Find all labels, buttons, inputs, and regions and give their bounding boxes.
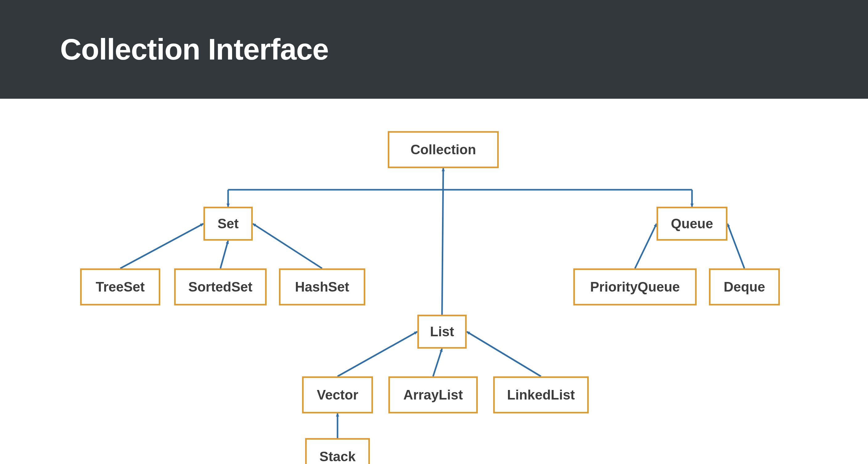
node-label: PriorityQueue [590,279,680,295]
node-label: Set [218,216,239,231]
node-label: TreeSet [96,279,145,295]
node-label: List [430,324,454,339]
node-vector: Vector [302,376,373,413]
node-label: ArrayList [403,387,463,403]
node-collection: Collection [388,131,499,168]
svg-line-6 [253,224,322,268]
node-label: HashSet [295,279,349,295]
svg-line-5 [220,241,228,268]
node-priorityqueue: PriorityQueue [573,268,696,306]
node-deque: Deque [709,268,780,306]
node-queue: Queue [656,207,727,241]
svg-line-4 [120,224,204,268]
svg-line-9 [338,332,417,376]
svg-line-8 [727,224,744,268]
node-label: Vector [317,387,359,403]
svg-line-11 [467,332,541,376]
node-label: LinkedList [507,387,575,403]
hierarchy-diagram: Collection Set Queue TreeSet SortedSet H… [0,99,868,464]
slide-header: Collection Interface [0,0,868,99]
node-label: Queue [671,216,713,231]
slide-title: Collection Interface [60,32,329,66]
node-label: SortedSet [188,279,252,295]
node-list: List [417,315,467,349]
svg-line-3 [442,168,443,315]
node-label: Stack [319,449,355,464]
node-set: Set [204,207,253,241]
node-sortedset: SortedSet [174,268,267,306]
svg-line-7 [635,224,656,268]
node-label: Collection [410,142,476,157]
svg-line-10 [433,349,442,376]
node-arraylist: ArrayList [389,376,478,413]
node-label: Deque [724,279,765,295]
node-linkedlist: LinkedList [493,376,589,413]
node-hashset: HashSet [279,268,365,306]
node-stack: Stack [305,438,370,464]
node-treeset: TreeSet [80,268,160,306]
